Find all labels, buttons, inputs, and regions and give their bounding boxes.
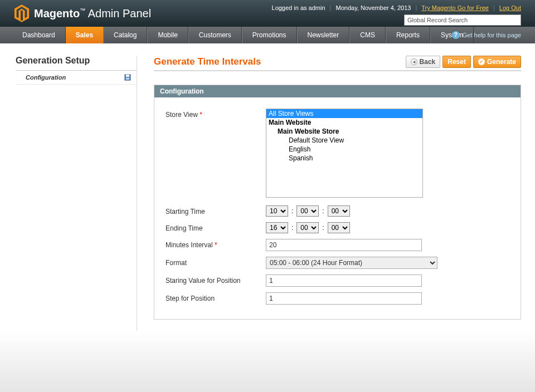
end-hour-select[interactable]: 16 bbox=[266, 222, 288, 233]
brand-text: Magento™ Admin Panel bbox=[34, 7, 151, 20]
store-view-listbox[interactable]: All Store Views Main Website Main Websit… bbox=[266, 109, 423, 198]
back-icon: ◄ bbox=[411, 58, 417, 65]
help-icon: ? bbox=[452, 31, 460, 39]
opt-main-store[interactable]: Main Website Store bbox=[266, 127, 422, 136]
opt-spanish[interactable]: Spanish bbox=[266, 154, 422, 163]
row-starting-time: Starting Time 10 : 00 : 00 bbox=[166, 205, 509, 217]
label-ending-time: Ending Time bbox=[166, 222, 266, 232]
page-title: Generate Time Intervals bbox=[154, 56, 261, 67]
panel-body: Store View * All Store Views Main Websit… bbox=[154, 97, 521, 319]
panel-head: Configuration bbox=[154, 85, 521, 97]
header-links: Logged in as admin | Monday, November 4,… bbox=[272, 4, 521, 11]
end-min-select[interactable]: 00 bbox=[296, 222, 319, 233]
sidebar: Generation Setup Configuration bbox=[16, 56, 137, 334]
label-start-value: Staring Value for Position bbox=[166, 275, 266, 285]
check-icon: ✓ bbox=[478, 58, 485, 65]
row-store-view: Store View * All Store Views Main Websit… bbox=[166, 109, 509, 198]
logged-in-text: Logged in as admin bbox=[272, 4, 325, 11]
magento-logo-icon bbox=[14, 4, 30, 22]
header-right: Logged in as admin | Monday, November 4,… bbox=[272, 4, 521, 26]
minutes-interval-input[interactable] bbox=[266, 239, 422, 251]
main-nav: Dashboard Sales Catalog Mobile Customers… bbox=[0, 27, 535, 43]
opt-all-stores[interactable]: All Store Views bbox=[266, 109, 422, 118]
label-store-view: Store View * bbox=[166, 109, 266, 119]
generate-button[interactable]: ✓Generate bbox=[473, 56, 521, 68]
nav-help: ? Get help for this page bbox=[452, 27, 521, 43]
start-sec-select[interactable]: 00 bbox=[328, 205, 350, 217]
footer-gradient bbox=[0, 331, 535, 392]
try-magento-link[interactable]: Try Magento Go for Free bbox=[421, 4, 489, 11]
opt-english[interactable]: English bbox=[266, 145, 422, 154]
nav-cms[interactable]: CMS bbox=[349, 27, 386, 43]
label-minutes-interval: Minutes Interval * bbox=[166, 239, 266, 249]
nav-catalog[interactable]: Catalog bbox=[103, 27, 147, 43]
label-step: Step for Position bbox=[166, 292, 266, 302]
nav-reports[interactable]: Reports bbox=[386, 27, 430, 43]
opt-default-view[interactable]: Default Store View bbox=[266, 136, 422, 145]
sidebar-title: Generation Setup bbox=[16, 56, 137, 71]
page-head: Generate Time Intervals ◄Back Reset ✓Gen… bbox=[154, 56, 521, 71]
svg-rect-2 bbox=[126, 78, 129, 80]
row-format: Format 05:00 - 06:00 (24 Hour Format) bbox=[166, 257, 509, 269]
sidebar-item-label: Configuration bbox=[26, 74, 66, 81]
logout-link[interactable]: Log Out bbox=[499, 4, 521, 11]
start-min-select[interactable]: 00 bbox=[296, 205, 319, 217]
content-wrap: Generation Setup Configuration Generate … bbox=[0, 43, 535, 334]
row-start-value: Staring Value for Position bbox=[166, 275, 509, 287]
step-input[interactable] bbox=[266, 292, 422, 305]
help-link[interactable]: Get help for this page bbox=[463, 32, 521, 38]
svg-rect-1 bbox=[126, 75, 129, 77]
start-value-input[interactable] bbox=[266, 275, 422, 287]
main-content: Generate Time Intervals ◄Back Reset ✓Gen… bbox=[154, 56, 521, 334]
reset-button[interactable]: Reset bbox=[442, 56, 471, 68]
logo: Magento™ Admin Panel bbox=[14, 4, 151, 22]
nav-dashboard[interactable]: Dashboard bbox=[12, 27, 66, 43]
header-bar: Magento™ Admin Panel Logged in as admin … bbox=[0, 0, 535, 27]
sidebar-item-configuration[interactable]: Configuration bbox=[16, 71, 137, 85]
label-format: Format bbox=[166, 257, 266, 267]
nav-sales[interactable]: Sales bbox=[66, 27, 103, 43]
start-hour-select[interactable]: 10 bbox=[266, 205, 288, 217]
label-starting-time: Starting Time bbox=[166, 205, 266, 215]
nav-customers[interactable]: Customers bbox=[188, 27, 242, 43]
row-ending-time: Ending Time 16 : 00 : 00 bbox=[166, 222, 509, 233]
row-minutes-interval: Minutes Interval * bbox=[166, 239, 509, 251]
back-button[interactable]: ◄Back bbox=[406, 56, 441, 68]
global-search-input[interactable] bbox=[404, 14, 521, 26]
end-sec-select[interactable]: 00 bbox=[328, 222, 350, 233]
opt-main-website[interactable]: Main Website bbox=[266, 118, 422, 127]
config-panel: Configuration Store View * All Store Vie… bbox=[154, 85, 521, 320]
button-row: ◄Back Reset ✓Generate bbox=[406, 56, 521, 68]
date-text: Monday, November 4, 2013 bbox=[336, 4, 411, 11]
nav-newsletter[interactable]: Newsletter bbox=[297, 27, 350, 43]
format-select[interactable]: 05:00 - 06:00 (24 Hour Format) bbox=[266, 257, 437, 269]
row-step: Step for Position bbox=[166, 292, 509, 305]
nav-mobile[interactable]: Mobile bbox=[147, 27, 188, 43]
save-icon bbox=[124, 74, 131, 81]
nav-promotions[interactable]: Promotions bbox=[242, 27, 297, 43]
